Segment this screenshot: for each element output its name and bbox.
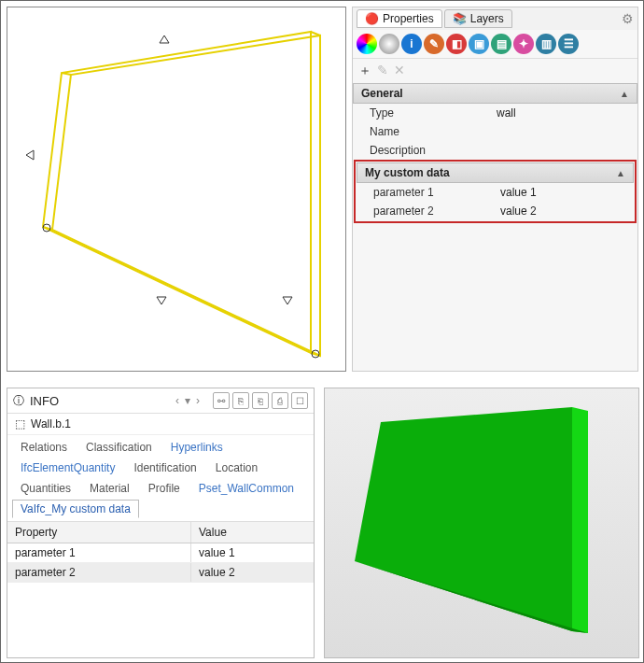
tab-material[interactable]: Material [81,479,138,498]
property-grid: Property Value parameter 1 value 1 param… [7,522,314,657]
prop-value: value 1 [495,186,634,199]
svg-marker-9 [157,297,166,304]
prop-value [491,144,637,157]
info-header: ⓘ INFO ‹ ▾ › ⚯ ⎘ ⎗ ⎙ ☐ [7,388,314,414]
info-icon: ⓘ [13,393,24,409]
tab-location[interactable]: Location [207,458,266,477]
prop-row[interactable]: Name [353,122,637,141]
tab-hyperlinks[interactable]: Hyperlinks [162,438,231,457]
link-icon[interactable]: ⚯ [213,392,230,409]
edit-icon[interactable]: ✎ [377,63,388,79]
brush-icon[interactable]: ✎ [424,34,444,54]
nav-down-icon[interactable]: ▾ [185,394,190,407]
collapse-icon: ▲ [620,89,629,99]
prop-row[interactable]: parameter 2 value 2 [357,202,634,220]
header-property: Property [7,522,191,543]
tab-relations[interactable]: Relations [12,438,76,457]
material-icon[interactable] [379,34,399,54]
box3-icon[interactable]: ✦ [513,34,534,54]
object-name-row: ⬚ Wall.b.1 [7,414,314,435]
tab-classification[interactable]: Classification [77,438,161,457]
svg-line-4 [311,32,320,35]
section-custom-header[interactable]: My custom data ▲ [357,162,634,183]
tab-ifcelementquantity[interactable]: IfcElementQuantity [12,458,123,477]
wireframe-drawing [7,7,345,371]
tab-label: Properties [383,12,434,25]
rainbow-icon: 🔴 [365,12,379,25]
svg-marker-0 [43,32,311,353]
grid-header: Property Value [7,522,314,543]
prop-key: Description [353,144,491,157]
tab-properties[interactable]: 🔴 Properties [357,9,442,28]
tab-quantities[interactable]: Quantities [12,479,79,498]
gear-icon[interactable]: ⚙ [622,11,634,26]
svg-marker-8 [160,35,169,43]
svg-line-3 [62,73,71,75]
box5-icon[interactable]: ☰ [558,34,579,54]
svg-marker-13 [572,407,588,633]
object-icon: ⬚ [15,417,25,430]
panel-tabbar: 🔴 Properties 📚 Layers ⚙ [353,7,637,30]
app-root: 🔴 Properties 📚 Layers ⚙ i ✎ ◧ ▣ ▤ ✦ ▥ ☰ … [0,0,644,663]
clip1-icon[interactable]: ⎘ [232,392,249,409]
layers-icon: 📚 [453,12,467,25]
render-viewport[interactable] [324,388,639,658]
highlight-box: My custom data ▲ parameter 1 value 1 par… [354,160,637,223]
tab-identification[interactable]: Identification [125,458,204,477]
prop-value: value 2 [495,205,634,218]
clip3-icon[interactable]: ⎙ [272,392,288,409]
nav-next-icon[interactable]: › [196,394,200,407]
box4-icon[interactable]: ▥ [536,34,556,54]
cell-property: parameter 1 [7,543,191,562]
section-general-header[interactable]: General ▲ [353,83,637,104]
table-row[interactable]: parameter 2 value 2 [7,563,314,583]
prop-key: Type [353,106,491,120]
section-title: General [361,87,403,100]
cell-value: value 1 [191,543,314,562]
svg-marker-11 [26,150,34,160]
delete-icon[interactable]: ✕ [394,63,405,79]
prop-row[interactable]: Description [353,141,637,160]
color-icon[interactable] [357,34,377,54]
svg-marker-10 [283,297,292,304]
svg-marker-1 [52,35,320,356]
info-nav: ‹ ▾ › [175,394,200,407]
info-title: INFO [30,394,59,408]
tab-profile[interactable]: Profile [140,479,189,498]
table-row[interactable]: parameter 1 value 1 [7,543,314,563]
clip4-icon[interactable]: ☐ [291,392,308,409]
clip2-icon[interactable]: ⎗ [252,392,269,409]
property-actions: ＋ ✎ ✕ [353,59,637,83]
prop-key: parameter 1 [357,186,495,199]
tab-layers[interactable]: 📚 Layers [444,9,512,28]
prop-value [491,125,637,138]
box2-icon[interactable]: ▤ [491,34,511,54]
prop-row[interactable]: parameter 1 value 1 [357,183,634,202]
info-tabs: Relations Classification Hyperlinks IfcE… [7,435,314,522]
header-value: Value [191,522,314,543]
add-icon[interactable]: ＋ [358,63,371,79]
section-title: My custom data [365,166,450,179]
property-icon-row: i ✎ ◧ ▣ ▤ ✦ ▥ ☰ [353,30,637,59]
prop-value: wall [491,106,637,120]
cell-property: parameter 2 [7,563,191,582]
svg-marker-12 [355,407,572,631]
tab-label: Layers [470,12,504,25]
tab-psetwallcommon[interactable]: Pset_WallCommon [190,479,302,498]
prop-row[interactable]: Type wall [353,104,637,122]
info-panel: ⓘ INFO ‹ ▾ › ⚯ ⎘ ⎗ ⎙ ☐ ⬚ Wall.b.1 Relati… [7,388,315,658]
tab-customdata[interactable]: VaIfc_My custom data [12,500,139,518]
prop-key: Name [353,125,491,138]
render-drawing [325,388,638,657]
eraser-icon[interactable]: ◧ [446,34,467,54]
info-tools: ⚯ ⎘ ⎗ ⎙ ☐ [213,392,308,409]
properties-panel: 🔴 Properties 📚 Layers ⚙ i ✎ ◧ ▣ ▤ ✦ ▥ ☰ … [352,7,638,372]
nav-prev-icon[interactable]: ‹ [175,394,179,407]
cell-value: value 2 [191,563,314,582]
info-icon[interactable]: i [401,34,422,54]
box1-icon[interactable]: ▣ [469,34,489,54]
object-name: Wall.b.1 [31,417,71,430]
wireframe-viewport[interactable] [7,7,346,372]
collapse-icon: ▲ [616,168,625,178]
prop-key: parameter 2 [357,205,495,218]
